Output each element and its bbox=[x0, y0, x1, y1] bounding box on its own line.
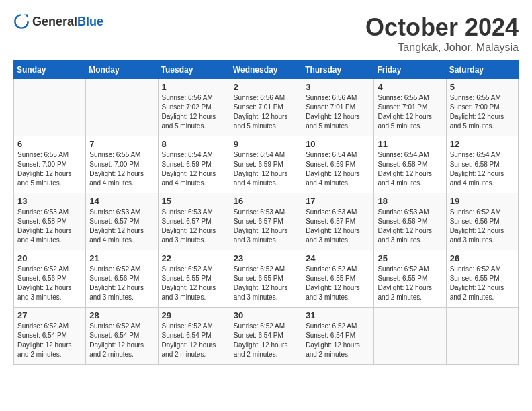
day-number: 15 bbox=[162, 196, 226, 206]
day-info: Sunrise: 6:52 AM Sunset: 6:55 PM Dayligh… bbox=[162, 265, 226, 302]
calendar-cell: 13Sunrise: 6:53 AM Sunset: 6:58 PM Dayli… bbox=[14, 193, 86, 250]
day-number: 31 bbox=[306, 310, 370, 320]
calendar-cell: 23Sunrise: 6:52 AM Sunset: 6:55 PM Dayli… bbox=[230, 250, 302, 308]
calendar-cell: 28Sunrise: 6:52 AM Sunset: 6:54 PM Dayli… bbox=[86, 308, 158, 365]
calendar-cell: 8Sunrise: 6:54 AM Sunset: 6:59 PM Daylig… bbox=[158, 136, 230, 193]
day-number: 28 bbox=[89, 310, 154, 320]
week-row-3: 13Sunrise: 6:53 AM Sunset: 6:58 PM Dayli… bbox=[14, 193, 519, 250]
col-sunday: Sunday bbox=[14, 61, 86, 79]
day-number: 26 bbox=[450, 253, 515, 263]
calendar-cell: 9Sunrise: 6:54 AM Sunset: 6:59 PM Daylig… bbox=[230, 136, 302, 193]
day-info: Sunrise: 6:52 AM Sunset: 6:56 PM Dayligh… bbox=[89, 265, 154, 302]
day-info: Sunrise: 6:53 AM Sunset: 6:58 PM Dayligh… bbox=[17, 208, 82, 245]
logo-icon bbox=[13, 13, 30, 30]
calendar-cell: 10Sunrise: 6:54 AM Sunset: 6:59 PM Dayli… bbox=[302, 136, 374, 193]
day-info: Sunrise: 6:56 AM Sunset: 7:01 PM Dayligh… bbox=[234, 93, 298, 131]
week-row-2: 6Sunrise: 6:55 AM Sunset: 7:00 PM Daylig… bbox=[14, 136, 519, 193]
day-number: 19 bbox=[450, 196, 515, 206]
calendar-cell: 19Sunrise: 6:52 AM Sunset: 6:56 PM Dayli… bbox=[446, 193, 518, 250]
day-info: Sunrise: 6:52 AM Sunset: 6:55 PM Dayligh… bbox=[378, 265, 442, 302]
day-info: Sunrise: 6:55 AM Sunset: 7:01 PM Dayligh… bbox=[378, 93, 442, 131]
day-info: Sunrise: 6:54 AM Sunset: 6:59 PM Dayligh… bbox=[162, 150, 226, 188]
location-title: Tangkak, Johor, Malaysia bbox=[365, 42, 519, 54]
day-number: 20 bbox=[17, 253, 82, 263]
day-number: 6 bbox=[17, 139, 82, 149]
day-info: Sunrise: 6:52 AM Sunset: 6:54 PM Dayligh… bbox=[89, 322, 154, 359]
day-number: 11 bbox=[378, 139, 442, 149]
day-number: 10 bbox=[306, 139, 370, 149]
day-info: Sunrise: 6:52 AM Sunset: 6:54 PM Dayligh… bbox=[234, 322, 298, 359]
day-number: 25 bbox=[378, 253, 442, 263]
day-info: Sunrise: 6:53 AM Sunset: 6:57 PM Dayligh… bbox=[89, 208, 154, 245]
calendar-cell: 18Sunrise: 6:53 AM Sunset: 6:56 PM Dayli… bbox=[374, 193, 446, 250]
day-info: Sunrise: 6:52 AM Sunset: 6:55 PM Dayligh… bbox=[306, 265, 370, 302]
calendar-cell: 17Sunrise: 6:53 AM Sunset: 6:57 PM Dayli… bbox=[302, 193, 374, 250]
calendar-cell: 4Sunrise: 6:55 AM Sunset: 7:01 PM Daylig… bbox=[374, 79, 446, 136]
day-info: Sunrise: 6:55 AM Sunset: 7:00 PM Dayligh… bbox=[450, 93, 515, 131]
day-number: 22 bbox=[162, 253, 226, 263]
calendar-cell: 22Sunrise: 6:52 AM Sunset: 6:55 PM Dayli… bbox=[158, 250, 230, 308]
calendar-cell: 26Sunrise: 6:52 AM Sunset: 6:55 PM Dayli… bbox=[446, 250, 518, 308]
day-number: 18 bbox=[378, 196, 442, 206]
calendar-cell: 2Sunrise: 6:56 AM Sunset: 7:01 PM Daylig… bbox=[230, 79, 302, 136]
day-number: 13 bbox=[17, 196, 82, 206]
day-info: Sunrise: 6:55 AM Sunset: 7:00 PM Dayligh… bbox=[89, 150, 154, 188]
header-row: Sunday Monday Tuesday Wednesday Thursday… bbox=[14, 61, 519, 79]
day-number: 24 bbox=[306, 253, 370, 263]
calendar-table: Sunday Monday Tuesday Wednesday Thursday… bbox=[13, 60, 519, 365]
calendar-cell: 11Sunrise: 6:54 AM Sunset: 6:58 PM Dayli… bbox=[374, 136, 446, 193]
col-tuesday: Tuesday bbox=[158, 61, 230, 79]
day-number: 3 bbox=[306, 82, 370, 92]
day-info: Sunrise: 6:53 AM Sunset: 6:57 PM Dayligh… bbox=[306, 208, 370, 245]
day-number: 29 bbox=[162, 310, 226, 320]
logo-text-general: General bbox=[32, 15, 77, 28]
calendar-body: 1Sunrise: 6:56 AM Sunset: 7:02 PM Daylig… bbox=[14, 79, 519, 365]
day-info: Sunrise: 6:56 AM Sunset: 7:01 PM Dayligh… bbox=[306, 93, 370, 131]
week-row-4: 20Sunrise: 6:52 AM Sunset: 6:56 PM Dayli… bbox=[14, 250, 519, 308]
logo: GeneralBlue bbox=[13, 13, 103, 30]
day-number: 9 bbox=[234, 139, 298, 149]
day-info: Sunrise: 6:53 AM Sunset: 6:57 PM Dayligh… bbox=[162, 208, 226, 245]
day-info: Sunrise: 6:52 AM Sunset: 6:54 PM Dayligh… bbox=[306, 322, 370, 359]
calendar-cell: 12Sunrise: 6:54 AM Sunset: 6:58 PM Dayli… bbox=[446, 136, 518, 193]
col-friday: Friday bbox=[374, 61, 446, 79]
col-saturday: Saturday bbox=[446, 61, 518, 79]
day-info: Sunrise: 6:54 AM Sunset: 6:58 PM Dayligh… bbox=[378, 150, 442, 188]
month-title: October 2024 bbox=[365, 13, 519, 42]
calendar-cell bbox=[86, 79, 158, 136]
day-info: Sunrise: 6:52 AM Sunset: 6:55 PM Dayligh… bbox=[450, 265, 515, 302]
calendar-cell: 29Sunrise: 6:52 AM Sunset: 6:54 PM Dayli… bbox=[158, 308, 230, 365]
calendar-cell: 7Sunrise: 6:55 AM Sunset: 7:00 PM Daylig… bbox=[86, 136, 158, 193]
week-row-1: 1Sunrise: 6:56 AM Sunset: 7:02 PM Daylig… bbox=[14, 79, 519, 136]
calendar-cell: 3Sunrise: 6:56 AM Sunset: 7:01 PM Daylig… bbox=[302, 79, 374, 136]
day-info: Sunrise: 6:54 AM Sunset: 6:59 PM Dayligh… bbox=[234, 150, 298, 188]
calendar-cell: 1Sunrise: 6:56 AM Sunset: 7:02 PM Daylig… bbox=[158, 79, 230, 136]
day-info: Sunrise: 6:54 AM Sunset: 6:58 PM Dayligh… bbox=[450, 150, 515, 188]
day-info: Sunrise: 6:53 AM Sunset: 6:56 PM Dayligh… bbox=[378, 208, 442, 245]
calendar-cell: 6Sunrise: 6:55 AM Sunset: 7:00 PM Daylig… bbox=[14, 136, 86, 193]
day-number: 5 bbox=[450, 82, 515, 92]
calendar-cell: 30Sunrise: 6:52 AM Sunset: 6:54 PM Dayli… bbox=[230, 308, 302, 365]
logo-text-blue: Blue bbox=[77, 15, 103, 28]
day-info: Sunrise: 6:52 AM Sunset: 6:55 PM Dayligh… bbox=[234, 265, 298, 302]
day-number: 7 bbox=[89, 139, 154, 149]
day-number: 1 bbox=[162, 82, 226, 92]
calendar-cell bbox=[374, 308, 446, 365]
col-wednesday: Wednesday bbox=[230, 61, 302, 79]
col-thursday: Thursday bbox=[302, 61, 374, 79]
calendar-cell: 21Sunrise: 6:52 AM Sunset: 6:56 PM Dayli… bbox=[86, 250, 158, 308]
day-number: 12 bbox=[450, 139, 515, 149]
week-row-5: 27Sunrise: 6:52 AM Sunset: 6:54 PM Dayli… bbox=[14, 308, 519, 365]
header: GeneralBlue October 2024 Tangkak, Johor,… bbox=[13, 13, 519, 54]
day-info: Sunrise: 6:54 AM Sunset: 6:59 PM Dayligh… bbox=[306, 150, 370, 188]
calendar-cell: 16Sunrise: 6:53 AM Sunset: 6:57 PM Dayli… bbox=[230, 193, 302, 250]
day-number: 2 bbox=[234, 82, 298, 92]
day-number: 14 bbox=[89, 196, 154, 206]
day-number: 17 bbox=[306, 196, 370, 206]
day-number: 21 bbox=[89, 253, 154, 263]
calendar-cell: 20Sunrise: 6:52 AM Sunset: 6:56 PM Dayli… bbox=[14, 250, 86, 308]
day-info: Sunrise: 6:52 AM Sunset: 6:56 PM Dayligh… bbox=[17, 265, 82, 302]
calendar-cell bbox=[446, 308, 518, 365]
calendar-cell: 31Sunrise: 6:52 AM Sunset: 6:54 PM Dayli… bbox=[302, 308, 374, 365]
day-info: Sunrise: 6:52 AM Sunset: 6:54 PM Dayligh… bbox=[162, 322, 226, 359]
